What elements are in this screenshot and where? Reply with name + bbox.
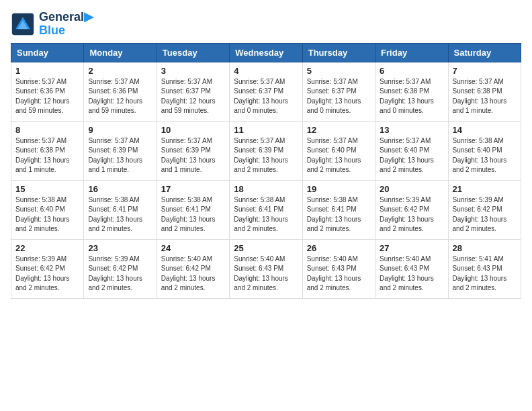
day-number: 13 (380, 125, 443, 135)
week-row-3: 15Sunrise: 5:38 AMSunset: 6:40 PMDayligh… (11, 180, 521, 239)
calendar-cell: 20Sunrise: 5:39 AMSunset: 6:42 PMDayligh… (375, 180, 448, 239)
cell-text: Sunrise: 5:38 AMSunset: 6:41 PMDaylight:… (88, 195, 152, 234)
day-number: 16 (88, 184, 152, 194)
day-number: 3 (161, 66, 225, 76)
day-number: 27 (380, 243, 443, 253)
calendar-cell: 21Sunrise: 5:39 AMSunset: 6:42 PMDayligh… (448, 180, 521, 239)
cell-text: Sunrise: 5:39 AMSunset: 6:42 PMDaylight:… (88, 255, 152, 293)
logo-icon (11, 12, 35, 36)
calendar-cell: 27Sunrise: 5:40 AMSunset: 6:43 PMDayligh… (375, 239, 448, 298)
day-number: 8 (15, 125, 79, 135)
calendar-header-row: SundayMondayTuesdayWednesdayThursdayFrid… (11, 43, 521, 62)
cell-text: Sunrise: 5:37 AMSunset: 6:40 PMDaylight:… (380, 136, 443, 175)
day-number: 17 (161, 184, 225, 194)
col-header-wednesday: Wednesday (230, 43, 302, 62)
day-number: 23 (88, 243, 152, 253)
cell-text: Sunrise: 5:37 AMSunset: 6:38 PMDaylight:… (380, 77, 443, 116)
cell-text: Sunrise: 5:40 AMSunset: 6:43 PMDaylight:… (380, 255, 443, 293)
day-number: 26 (307, 243, 371, 253)
calendar-cell: 1Sunrise: 5:37 AMSunset: 6:36 PMDaylight… (11, 62, 84, 121)
day-number: 15 (15, 184, 79, 194)
calendar-cell: 3Sunrise: 5:37 AMSunset: 6:37 PMDaylight… (157, 62, 229, 121)
calendar-cell: 18Sunrise: 5:38 AMSunset: 6:41 PMDayligh… (230, 180, 302, 239)
calendar-cell: 17Sunrise: 5:38 AMSunset: 6:41 PMDayligh… (157, 180, 229, 239)
logo-text: General▶ Blue (39, 11, 93, 38)
week-row-1: 1Sunrise: 5:37 AMSunset: 6:36 PMDaylight… (11, 62, 521, 121)
cell-text: Sunrise: 5:37 AMSunset: 6:38 PMDaylight:… (453, 77, 517, 116)
cell-text: Sunrise: 5:37 AMSunset: 6:39 PMDaylight:… (88, 136, 152, 175)
day-number: 12 (307, 125, 371, 135)
col-header-monday: Monday (84, 43, 157, 62)
col-header-tuesday: Tuesday (157, 43, 229, 62)
calendar-cell: 28Sunrise: 5:41 AMSunset: 6:43 PMDayligh… (448, 239, 521, 298)
calendar-cell: 10Sunrise: 5:37 AMSunset: 6:39 PMDayligh… (157, 121, 229, 180)
day-number: 4 (234, 66, 298, 76)
cell-text: Sunrise: 5:38 AMSunset: 6:41 PMDaylight:… (161, 195, 225, 234)
cell-text: Sunrise: 5:37 AMSunset: 6:36 PMDaylight:… (88, 77, 152, 116)
day-number: 22 (15, 243, 79, 253)
cell-text: Sunrise: 5:40 AMSunset: 6:43 PMDaylight:… (307, 255, 371, 293)
calendar-cell: 4Sunrise: 5:37 AMSunset: 6:37 PMDaylight… (230, 62, 302, 121)
day-number: 21 (453, 184, 517, 194)
calendar-cell: 8Sunrise: 5:37 AMSunset: 6:38 PMDaylight… (11, 121, 84, 180)
day-number: 20 (380, 184, 443, 194)
calendar-cell: 19Sunrise: 5:38 AMSunset: 6:41 PMDayligh… (302, 180, 375, 239)
cell-text: Sunrise: 5:41 AMSunset: 6:43 PMDaylight:… (453, 255, 517, 293)
calendar-cell: 22Sunrise: 5:39 AMSunset: 6:42 PMDayligh… (11, 239, 84, 298)
calendar-cell: 12Sunrise: 5:37 AMSunset: 6:40 PMDayligh… (302, 121, 375, 180)
page-header: General▶ Blue (11, 11, 521, 38)
day-number: 24 (161, 243, 225, 253)
calendar-cell: 15Sunrise: 5:38 AMSunset: 6:40 PMDayligh… (11, 180, 84, 239)
day-number: 11 (234, 125, 298, 135)
calendar-cell: 25Sunrise: 5:40 AMSunset: 6:43 PMDayligh… (230, 239, 302, 298)
calendar-cell: 11Sunrise: 5:37 AMSunset: 6:39 PMDayligh… (230, 121, 302, 180)
cell-text: Sunrise: 5:37 AMSunset: 6:37 PMDaylight:… (161, 77, 225, 116)
cell-text: Sunrise: 5:37 AMSunset: 6:37 PMDaylight:… (307, 77, 371, 116)
day-number: 14 (453, 125, 517, 135)
calendar-table: SundayMondayTuesdayWednesdayThursdayFrid… (11, 43, 521, 299)
day-number: 9 (88, 125, 152, 135)
cell-text: Sunrise: 5:39 AMSunset: 6:42 PMDaylight:… (380, 195, 443, 234)
calendar-cell: 14Sunrise: 5:38 AMSunset: 6:40 PMDayligh… (448, 121, 521, 180)
calendar-cell: 13Sunrise: 5:37 AMSunset: 6:40 PMDayligh… (375, 121, 448, 180)
cell-text: Sunrise: 5:37 AMSunset: 6:39 PMDaylight:… (234, 136, 298, 175)
cell-text: Sunrise: 5:37 AMSunset: 6:38 PMDaylight:… (15, 136, 79, 175)
cell-text: Sunrise: 5:38 AMSunset: 6:41 PMDaylight:… (307, 195, 371, 234)
week-row-2: 8Sunrise: 5:37 AMSunset: 6:38 PMDaylight… (11, 121, 521, 180)
day-number: 19 (307, 184, 371, 194)
cell-text: Sunrise: 5:38 AMSunset: 6:40 PMDaylight:… (453, 136, 517, 175)
cell-text: Sunrise: 5:39 AMSunset: 6:42 PMDaylight:… (453, 195, 517, 234)
day-number: 25 (234, 243, 298, 253)
cell-text: Sunrise: 5:40 AMSunset: 6:43 PMDaylight:… (234, 255, 298, 293)
cell-text: Sunrise: 5:38 AMSunset: 6:41 PMDaylight:… (234, 195, 298, 234)
cell-text: Sunrise: 5:39 AMSunset: 6:42 PMDaylight:… (15, 255, 79, 293)
day-number: 18 (234, 184, 298, 194)
col-header-friday: Friday (375, 43, 448, 62)
calendar-cell: 7Sunrise: 5:37 AMSunset: 6:38 PMDaylight… (448, 62, 521, 121)
day-number: 2 (88, 66, 152, 76)
col-header-saturday: Saturday (448, 43, 521, 62)
day-number: 6 (380, 66, 443, 76)
calendar-cell: 26Sunrise: 5:40 AMSunset: 6:43 PMDayligh… (302, 239, 375, 298)
logo: General▶ Blue (11, 11, 93, 38)
cell-text: Sunrise: 5:37 AMSunset: 6:37 PMDaylight:… (234, 77, 298, 116)
cell-text: Sunrise: 5:37 AMSunset: 6:39 PMDaylight:… (161, 136, 225, 175)
calendar-cell: 23Sunrise: 5:39 AMSunset: 6:42 PMDayligh… (84, 239, 157, 298)
day-number: 5 (307, 66, 371, 76)
week-row-4: 22Sunrise: 5:39 AMSunset: 6:42 PMDayligh… (11, 239, 521, 298)
day-number: 28 (453, 243, 517, 253)
calendar-cell: 6Sunrise: 5:37 AMSunset: 6:38 PMDaylight… (375, 62, 448, 121)
cell-text: Sunrise: 5:40 AMSunset: 6:42 PMDaylight:… (161, 255, 225, 293)
calendar-cell: 24Sunrise: 5:40 AMSunset: 6:42 PMDayligh… (157, 239, 229, 298)
day-number: 7 (453, 66, 517, 76)
cell-text: Sunrise: 5:37 AMSunset: 6:36 PMDaylight:… (15, 77, 79, 116)
day-number: 10 (161, 125, 225, 135)
calendar-cell: 16Sunrise: 5:38 AMSunset: 6:41 PMDayligh… (84, 180, 157, 239)
calendar-cell: 2Sunrise: 5:37 AMSunset: 6:36 PMDaylight… (84, 62, 157, 121)
calendar-cell: 9Sunrise: 5:37 AMSunset: 6:39 PMDaylight… (84, 121, 157, 180)
col-header-sunday: Sunday (11, 43, 84, 62)
cell-text: Sunrise: 5:37 AMSunset: 6:40 PMDaylight:… (307, 136, 371, 175)
day-number: 1 (15, 66, 79, 76)
col-header-thursday: Thursday (302, 43, 375, 62)
cell-text: Sunrise: 5:38 AMSunset: 6:40 PMDaylight:… (15, 195, 79, 234)
